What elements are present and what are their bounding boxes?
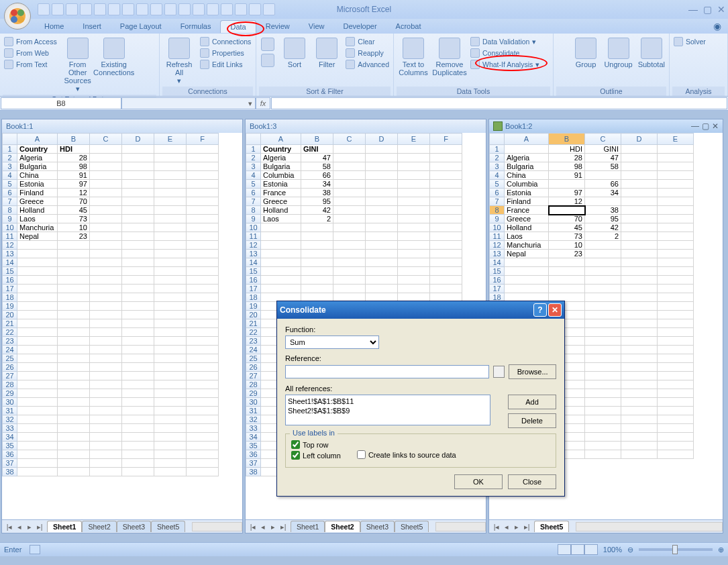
cell[interactable] (17, 302, 58, 311)
cell[interactable] (430, 285, 462, 293)
cell[interactable] (17, 424, 58, 433)
cell[interactable]: 98 (58, 162, 90, 171)
cell[interactable] (187, 258, 219, 267)
cell[interactable] (90, 319, 122, 328)
cell[interactable] (90, 468, 122, 476)
cell[interactable]: Bulgaria (17, 162, 58, 171)
cell[interactable] (430, 267, 462, 276)
cell[interactable] (430, 189, 462, 197)
cell[interactable] (621, 415, 658, 424)
cell[interactable] (430, 241, 462, 250)
cell[interactable] (658, 407, 694, 415)
cell[interactable] (430, 206, 462, 215)
nav-prev[interactable]: ◂ (502, 523, 511, 531)
cell[interactable] (90, 337, 122, 346)
cell[interactable] (122, 380, 154, 389)
cell[interactable] (430, 145, 462, 154)
cell[interactable] (154, 468, 187, 476)
cell[interactable]: China (17, 171, 58, 180)
cell[interactable] (585, 276, 621, 285)
cell[interactable] (333, 285, 366, 293)
cell[interactable] (187, 450, 219, 459)
cell[interactable] (658, 433, 694, 442)
cell[interactable]: 10 (58, 223, 90, 232)
ungroup-button[interactable]: Ungroup (603, 36, 633, 70)
cell[interactable] (187, 415, 219, 424)
cell[interactable] (658, 311, 694, 319)
cell[interactable]: Greece (261, 197, 301, 206)
cell[interactable] (585, 407, 621, 415)
cell[interactable] (90, 162, 122, 171)
cell[interactable] (301, 250, 333, 258)
cell[interactable] (17, 276, 58, 285)
cell[interactable] (366, 206, 398, 215)
cell[interactable] (333, 145, 366, 154)
cell[interactable] (17, 407, 58, 415)
cell[interactable] (58, 407, 90, 415)
nav-first[interactable]: |◂ (492, 523, 501, 531)
nav-last[interactable]: ▸| (35, 523, 44, 531)
cell[interactable]: 12 (549, 197, 585, 206)
cell[interactable] (585, 285, 621, 293)
cell[interactable] (154, 302, 187, 311)
cell[interactable] (585, 250, 621, 258)
cell[interactable]: Laos (17, 215, 58, 223)
qat-item[interactable] (249, 3, 261, 15)
cell[interactable] (187, 250, 219, 258)
cell[interactable] (122, 258, 154, 267)
cell[interactable] (187, 180, 219, 189)
cell[interactable]: France (261, 189, 301, 197)
tab-home[interactable]: Home (35, 20, 73, 32)
cell[interactable]: 28 (58, 154, 90, 162)
cell[interactable] (398, 223, 430, 232)
cell[interactable]: Country (261, 145, 301, 154)
cell[interactable] (621, 389, 658, 398)
nav-last[interactable]: ▸| (522, 523, 531, 531)
cell[interactable]: 98 (549, 162, 585, 171)
cell[interactable] (301, 276, 333, 285)
cell[interactable] (621, 424, 658, 433)
cell[interactable] (621, 154, 658, 162)
sheet-tab[interactable]: Sheet5 (534, 521, 569, 532)
cell[interactable] (58, 459, 90, 468)
cell[interactable] (585, 311, 621, 319)
cell[interactable] (58, 302, 90, 311)
cell[interactable] (17, 285, 58, 293)
cell[interactable] (154, 363, 187, 372)
cell[interactable] (366, 189, 398, 197)
cell[interactable] (658, 372, 694, 380)
cell[interactable]: 95 (301, 197, 333, 206)
cell[interactable] (333, 250, 366, 258)
cell[interactable] (658, 276, 694, 285)
cell[interactable] (333, 154, 366, 162)
cell[interactable] (301, 241, 333, 250)
cell[interactable] (430, 171, 462, 180)
cell[interactable] (17, 450, 58, 459)
cell[interactable] (122, 145, 154, 154)
cell[interactable] (122, 180, 154, 189)
cell[interactable] (658, 442, 694, 450)
cell[interactable] (585, 328, 621, 337)
cell[interactable] (658, 424, 694, 433)
cell[interactable] (90, 250, 122, 258)
cell[interactable]: 73 (58, 215, 90, 223)
sheet-tab[interactable]: Sheet5 (151, 521, 185, 532)
cell[interactable] (658, 346, 694, 354)
workbook-window-1[interactable]: Book1:1 ABCDEF1CountryHDI2Algeria283Bulg… (1, 119, 243, 533)
cell[interactable] (122, 424, 154, 433)
cell[interactable] (122, 215, 154, 223)
cell[interactable] (187, 171, 219, 180)
office-button[interactable] (4, 3, 31, 30)
cell[interactable] (187, 354, 219, 363)
cell[interactable] (585, 171, 621, 180)
create-links-checkbox[interactable] (357, 450, 366, 459)
cell[interactable]: 70 (549, 215, 585, 223)
cell[interactable] (366, 223, 398, 232)
cell[interactable] (366, 250, 398, 258)
cell[interactable]: 66 (301, 171, 333, 180)
cell[interactable] (549, 206, 585, 215)
cell[interactable] (187, 442, 219, 450)
list-item[interactable]: Sheet1!$A$1:$B$11 (288, 397, 488, 406)
cell[interactable] (90, 311, 122, 319)
cell[interactable]: 91 (58, 171, 90, 180)
